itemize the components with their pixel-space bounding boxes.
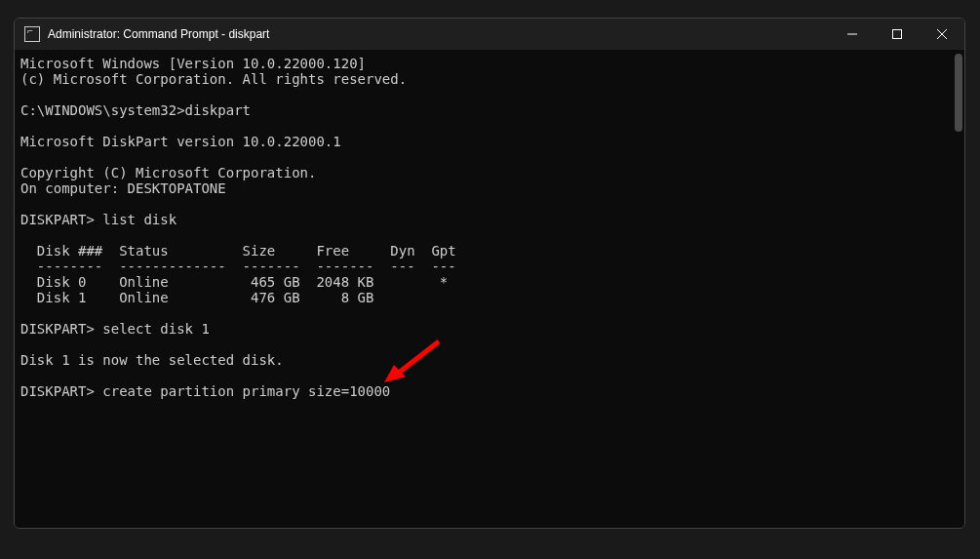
scrollbar[interactable] (955, 54, 962, 132)
command: diskpart (185, 102, 251, 118)
cmd-icon (24, 26, 40, 42)
command: select disk 1 (95, 321, 210, 337)
output-line: Microsoft Windows [Version 10.0.22000.12… (20, 56, 366, 71)
svg-rect-1 (893, 30, 902, 39)
window-controls (830, 19, 964, 50)
output-line: (c) Microsoft Corporation. All rights re… (20, 71, 407, 87)
output-line: Microsoft DiskPart version 10.0.22000.1 (20, 134, 341, 149)
prompt: DISKPART> (20, 383, 95, 399)
table-row: Disk 1 Online 476 GB 8 GB (20, 290, 373, 305)
close-button[interactable] (920, 19, 964, 50)
command: create partition primary size=10000 (95, 383, 390, 399)
terminal-content: Microsoft Windows [Version 10.0.22000.12… (20, 56, 959, 399)
window-title: Administrator: Command Prompt - diskpart (48, 27, 269, 41)
prompt: DISKPART> (20, 321, 95, 337)
command: list disk (95, 212, 176, 227)
prompt: C:\WINDOWS\system32> (20, 102, 185, 118)
table-row: Disk 0 Online 465 GB 2048 KB * (20, 274, 448, 290)
prompt: DISKPART> (20, 212, 95, 227)
output-line: Copyright (C) Microsoft Corporation. (20, 165, 316, 180)
command-prompt-window: Administrator: Command Prompt - diskpart… (14, 18, 965, 529)
minimize-button[interactable] (830, 19, 875, 50)
terminal-body[interactable]: Microsoft Windows [Version 10.0.22000.12… (15, 50, 964, 528)
table-divider: -------- ------------- ------- ------- -… (20, 259, 456, 274)
titlebar[interactable]: Administrator: Command Prompt - diskpart (15, 19, 964, 50)
maximize-button[interactable] (875, 19, 920, 50)
output-line: Disk 1 is now the selected disk. (20, 352, 284, 368)
table-header: Disk ### Status Size Free Dyn Gpt (20, 243, 456, 259)
output-line: On computer: DESKTOPATONE (20, 180, 226, 196)
